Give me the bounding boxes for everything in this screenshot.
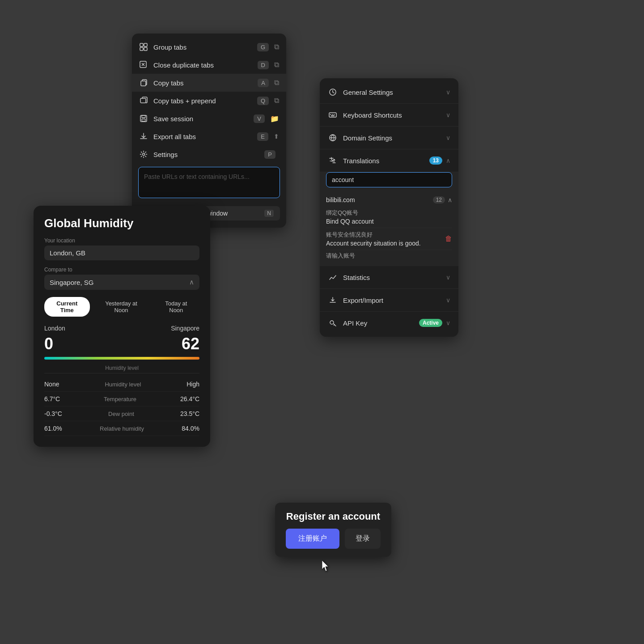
close-duplicate-icon: [139, 60, 148, 69]
settings-label: Settings: [153, 151, 264, 158]
settings-statistics[interactable]: Statistics ∨: [320, 266, 458, 289]
save-session-icon: [139, 114, 148, 123]
export-import-icon: [328, 295, 338, 305]
svg-rect-18: [331, 115, 335, 116]
general-settings-icon: [328, 87, 338, 97]
translation-item-0: 绑定QQ账号 Bind QQ account: [326, 206, 452, 228]
city-values-row: 0 62: [44, 335, 199, 353]
statistics-icon: [328, 272, 338, 282]
translation-group-count: 12: [433, 196, 445, 203]
stat-3-right: 84.0%: [182, 425, 199, 432]
tab-manager-item-group-tabs[interactable]: Group tabs G ⧉: [132, 38, 286, 56]
translation-delete-icon[interactable]: 🗑: [445, 235, 452, 243]
stat-3-center: Relative humidity: [100, 425, 144, 432]
humidity-title: Global Humidity: [44, 216, 199, 230]
settings-domain[interactable]: Domain Settings ∨: [320, 127, 458, 149]
mouse-cursor: [322, 560, 333, 577]
register-title: Register an account: [286, 511, 381, 522]
register-secondary-button[interactable]: 登录: [345, 529, 381, 549]
translation-partial: 请输入账号: [326, 250, 452, 262]
stat-0-left: None: [44, 381, 59, 388]
time-button-group: Current Time Yesterday at Noon Today at …: [44, 297, 199, 317]
translation-group-name: bilibili.com: [326, 196, 355, 203]
tab-manager-item-close-duplicate[interactable]: Close duplicate tabs D ⧉: [132, 56, 286, 74]
stats-header: Humidity level: [44, 365, 199, 373]
export-import-label: Export/Import: [343, 297, 446, 304]
group-tabs-label: Group tabs: [153, 43, 257, 51]
api-key-badge: Active: [419, 319, 442, 327]
translations-label: Translations: [343, 157, 429, 165]
current-time-button[interactable]: Current Time: [44, 297, 90, 317]
location-value[interactable]: London, GB: [44, 246, 199, 260]
group-tabs-icon: [139, 42, 148, 51]
register-buttons: 注册账户 登录: [286, 529, 381, 549]
tab-manager-item-export-all[interactable]: Export all tabs E ⬆: [132, 127, 286, 145]
settings-icon: [139, 150, 148, 159]
svg-rect-0: [140, 43, 143, 47]
translation-group-chevron-icon: ∧: [448, 196, 452, 203]
stats-row-0: None Humidity level High: [44, 377, 199, 392]
translations-search-input[interactable]: [326, 172, 452, 187]
paste-placeholder: Paste URLs or text containing URLs...: [144, 173, 250, 180]
translation-group-bilibili[interactable]: bilibili.com 12 ∧: [326, 192, 452, 206]
svg-rect-16: [332, 114, 333, 115]
save-session-action: 📁: [270, 114, 279, 123]
tab-manager-item-settings[interactable]: Settings P: [132, 145, 286, 163]
general-chevron-icon: ∨: [446, 89, 450, 96]
copy-tabs-icon: [139, 78, 148, 87]
tab-manager-popup: Group tabs G ⧉ Close duplicate tabs D ⧉ …: [132, 34, 286, 228]
tab-manager-item-save-session[interactable]: Save session V 📁: [132, 110, 286, 127]
svg-rect-17: [334, 114, 335, 115]
copy-tabs-label: Copy tabs: [153, 79, 258, 87]
tab-manager-item-copy-tabs[interactable]: Copy tabs A ⧉: [132, 74, 286, 92]
settings-translations[interactable]: Translations 13 ∧: [320, 149, 458, 172]
translations-chevron-icon: ∧: [446, 157, 450, 164]
settings-export-import[interactable]: Export/Import ∨: [320, 289, 458, 312]
api-key-icon: [328, 318, 338, 328]
translations-badge: 13: [429, 157, 442, 165]
stat-2-left: -0.3°C: [44, 410, 62, 417]
export-all-icon: [139, 132, 148, 141]
export-all-label: Export all tabs: [153, 133, 257, 140]
today-noon-button[interactable]: Today at Noon: [153, 297, 199, 317]
statistics-label: Statistics: [343, 274, 446, 281]
close-duplicate-label: Close duplicate tabs: [153, 61, 258, 69]
group-tabs-shortcut: G: [257, 43, 269, 51]
settings-api-key[interactable]: API Key Active ∨: [320, 312, 458, 334]
svg-rect-2: [140, 47, 143, 51]
copy-tabs-action: ⧉: [274, 79, 279, 87]
svg-point-20: [330, 321, 334, 324]
keyboard-shortcuts-label: Keyboard Shortcuts: [343, 111, 446, 119]
svg-rect-8: [140, 98, 146, 103]
new-window-shortcut: N: [264, 210, 274, 217]
group-tabs-action: ⧉: [274, 43, 279, 51]
register-primary-button[interactable]: 注册账户: [286, 529, 339, 549]
humidity-level-header: Humidity level: [105, 365, 139, 371]
paste-url-area[interactable]: Paste URLs or text containing URLs...: [138, 167, 280, 198]
export-import-chevron-icon: ∨: [446, 297, 450, 304]
svg-rect-9: [140, 115, 147, 122]
close-duplicate-action: ⧉: [274, 61, 279, 69]
translation-item-1: 账号安全情况良好 Account security situation is g…: [326, 228, 452, 250]
translation-0-english: Bind QQ account: [326, 218, 452, 225]
yesterday-noon-button[interactable]: Yesterday at Noon: [93, 297, 149, 317]
compare-dropdown[interactable]: Singapore, SG ∧: [44, 275, 199, 290]
city1-name: London: [44, 325, 65, 332]
stat-1-right: 26.4°C: [180, 395, 199, 402]
stat-0-center: Humidity level: [105, 381, 141, 388]
humidity-card: Global Humidity Your location London, GB…: [34, 206, 210, 447]
tab-manager-item-copy-prepend[interactable]: Copy tabs + prepend Q ⧉: [132, 92, 286, 110]
stat-3-left: 61.0%: [44, 425, 62, 432]
svg-rect-14: [329, 113, 336, 117]
compare-to-label: Compare to: [44, 267, 199, 273]
svg-rect-7: [141, 81, 146, 86]
stat-2-right: 23.5°C: [180, 410, 199, 417]
settings-general[interactable]: General Settings ∨: [320, 81, 458, 104]
stat-1-left: 6.7°C: [44, 395, 60, 402]
save-session-label: Save session: [153, 115, 254, 123]
api-key-chevron-icon: ∨: [446, 319, 450, 326]
general-settings-label: General Settings: [343, 89, 446, 96]
statistics-chevron-icon: ∨: [446, 274, 450, 281]
settings-keyboard[interactable]: Keyboard Shortcuts ∨: [320, 104, 458, 127]
city2-value: 62: [182, 335, 199, 353]
